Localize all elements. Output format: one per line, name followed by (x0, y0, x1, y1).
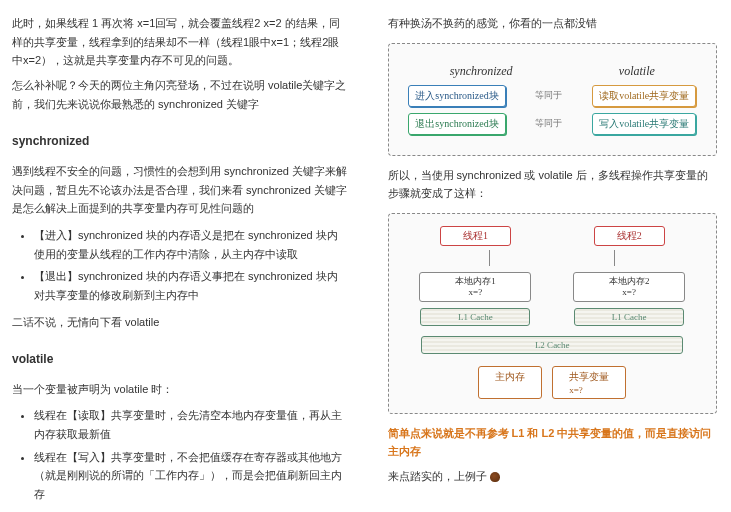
l2-cache: L2 Cache (421, 336, 683, 354)
box-enter-sync: 进入synchronized块 (408, 85, 505, 107)
left-column: 此时，如果线程 1 再次将 x=1回写，就会覆盖线程2 x=2 的结果，同样的共… (0, 0, 366, 512)
arrow-label: 等同于 (529, 117, 568, 130)
thread-1-label: 线程1 (440, 226, 511, 246)
col-header-sync: synchronized (450, 64, 513, 79)
box-exit-sync: 退出synchronized块 (408, 113, 505, 135)
l1-cache-2: L1 Cache (574, 308, 684, 326)
heading-volatile: volatile (12, 349, 348, 369)
para-3: 遇到线程不安全的问题，习惯性的会想到用 synchronized 关键字来解决问… (12, 162, 348, 218)
box-write-volatile: 写入volatile共享变量 (592, 113, 696, 135)
heading-synchronized: synchronized (12, 131, 348, 151)
l1-cache-1: L1 Cache (420, 308, 530, 326)
box-read-volatile: 读取volatile共享变量 (592, 85, 696, 107)
shared-var-text: 共享变量 (569, 371, 609, 382)
volatile-list: 线程在【读取】共享变量时，会先清空本地内存变量值，再从主内存获取最新值 线程在【… (12, 406, 348, 503)
list-item: 线程在【读取】共享变量时，会先清空本地内存变量值，再从主内存获取最新值 (34, 406, 348, 443)
list-item: 线程在【写入】共享变量时，不会把值缓存在寄存器或其他地方（就是刚刚说的所谓的「工… (34, 448, 348, 504)
col-header-volatile: volatile (619, 64, 655, 79)
list-item: 【退出】synchronized 块的内存语义事把在 synchronized … (34, 267, 348, 304)
working-memory-2: 本地内存2 x=? (573, 272, 685, 302)
para-r1: 有种换汤不换药的感觉，你看的一点都没错 (388, 14, 718, 33)
sync-list: 【进入】synchronized 块的内存语义是把在 synchronized … (12, 226, 348, 305)
chestnut-icon (490, 472, 500, 482)
diagram-memory-model: 线程1 线程2 本地内存1 x=? 本地内存2 x=? L1 Cache L1 … (388, 213, 718, 414)
para-r3-highlight: 简单点来说就是不再参考 L1 和 L2 中共享变量的值，而是直接访问主内存 (388, 424, 718, 461)
main-memory-label: 主内存 (478, 366, 542, 399)
para-r4: 来点踏实的，上例子 (388, 467, 718, 486)
para-r4-text: 来点踏实的，上例子 (388, 470, 487, 482)
diagram-sync-volatile: synchronized volatile 进入synchronized块 等同… (388, 43, 718, 156)
para-1: 此时，如果线程 1 再次将 x=1回写，就会覆盖线程2 x=2 的结果，同样的共… (12, 14, 348, 70)
para-2: 怎么补补呢？今天的两位主角闪亮登场，不过在说明 volatile关键字之前，我们… (12, 76, 348, 113)
para-5: 当一个变量被声明为 volatile 时： (12, 380, 348, 399)
thread-2-label: 线程2 (594, 226, 665, 246)
shared-var-value: x=? (569, 385, 583, 395)
shared-var-label: 共享变量 x=? (552, 366, 626, 399)
arrow-label: 等同于 (529, 89, 568, 102)
wm1-label: 本地内存1 (455, 276, 496, 286)
list-item: 【进入】synchronized 块的内存语义是把在 synchronized … (34, 226, 348, 263)
wm2-label: 本地内存2 (609, 276, 650, 286)
wm1-value: x=? (469, 287, 483, 297)
para-4: 二话不说，无情向下看 volatile (12, 313, 348, 332)
wm2-value: x=? (622, 287, 636, 297)
right-column: 有种换汤不换药的感觉，你看的一点都没错 synchronized volatil… (366, 0, 732, 512)
para-r2: 所以，当使用 synchronized 或 volatile 后，多线程操作共享… (388, 166, 718, 203)
working-memory-1: 本地内存1 x=? (419, 272, 531, 302)
